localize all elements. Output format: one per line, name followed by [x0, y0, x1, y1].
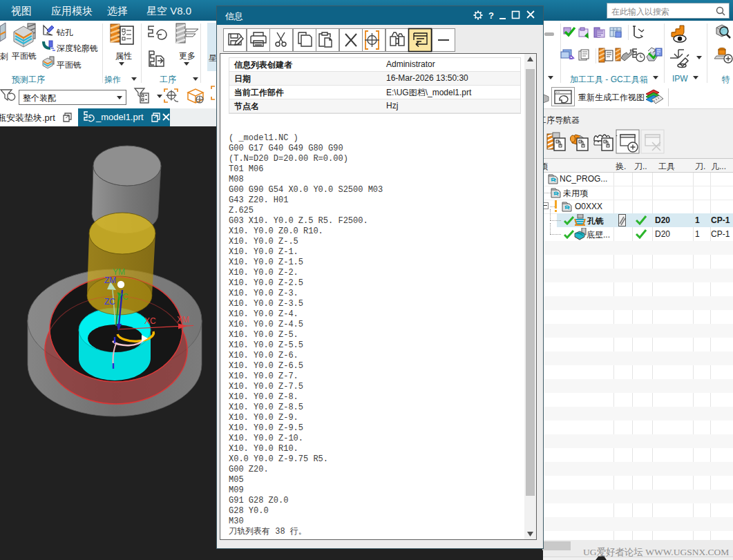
svg-text:XC: XC — [144, 316, 156, 326]
svg-text:?: ? — [488, 10, 494, 21]
svg-text:ZM: ZM — [104, 276, 116, 285]
svg-text:XM: XM — [177, 315, 189, 325]
svg-text:ZC: ZC — [104, 297, 115, 307]
svg-text:YC: YC — [117, 292, 128, 302]
